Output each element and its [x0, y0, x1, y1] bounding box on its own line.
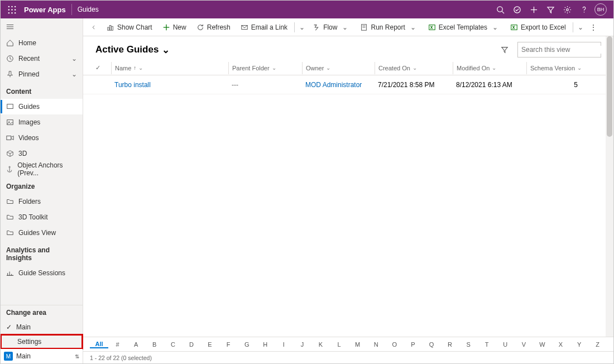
- settings-icon[interactable]: [559, 1, 575, 18]
- chevron-down-icon: ⌄: [577, 65, 582, 71]
- alpha-letter[interactable]: E: [200, 341, 219, 348]
- nav-label: Guide Sessions: [18, 269, 65, 277]
- table-row[interactable]: Turbo install --- MOD Administrator 7/21…: [83, 75, 613, 94]
- column-headers: ✓ Name↑⌄ Parent Folder⌄ Owner⌄ Created O…: [83, 61, 613, 75]
- email-split-chevron[interactable]: ⌄: [297, 23, 307, 31]
- alpha-letter[interactable]: U: [496, 341, 515, 348]
- alpha-letter[interactable]: R: [440, 341, 459, 348]
- email-link-button[interactable]: Email a Link: [236, 20, 292, 35]
- refresh-button[interactable]: Refresh: [192, 20, 235, 35]
- nav-guides-view[interactable]: Guides View: [1, 225, 83, 241]
- alpha-letter[interactable]: I: [275, 341, 293, 348]
- nav-guides[interactable]: Guides: [1, 99, 83, 114]
- search-icon[interactable]: [492, 1, 509, 18]
- alpha-letter[interactable]: Y: [570, 341, 588, 348]
- svg-point-15: [583, 11, 584, 12]
- nav-pinned[interactable]: Pinned⌄: [1, 66, 83, 82]
- nav-guide-sessions[interactable]: Guide Sessions: [1, 265, 83, 281]
- alpha-letter[interactable]: #: [108, 341, 127, 348]
- plus-icon: [162, 23, 170, 31]
- col-owner[interactable]: Owner⌄: [302, 62, 375, 74]
- alpha-letter[interactable]: W: [533, 341, 551, 348]
- anchor-icon: [6, 165, 13, 173]
- new-button[interactable]: New: [158, 20, 191, 35]
- col-parent[interactable]: Parent Folder⌄: [228, 62, 302, 74]
- svg-point-1: [11, 6, 12, 7]
- col-created[interactable]: Created On⌄: [375, 62, 453, 74]
- alpha-letter[interactable]: S: [459, 341, 478, 348]
- area-current[interactable]: M Main ⇅: [1, 349, 83, 363]
- help-icon[interactable]: [575, 1, 592, 18]
- nav-3d-toolkit[interactable]: 3D Toolkit: [1, 209, 83, 225]
- alpha-letter[interactable]: X: [551, 341, 570, 348]
- area-label: Main: [16, 323, 31, 331]
- nav-3d[interactable]: 3D: [1, 146, 83, 161]
- add-icon[interactable]: [525, 1, 542, 18]
- task-icon[interactable]: [509, 1, 525, 18]
- filter-icon[interactable]: [542, 1, 559, 18]
- view-selector[interactable]: Active Guides⌄: [95, 44, 170, 56]
- button-label: Email a Link: [251, 23, 287, 31]
- run-report-button[interactable]: Run Report⌄: [356, 20, 422, 35]
- nav-images[interactable]: Images: [1, 114, 83, 130]
- alpha-letter[interactable]: V: [515, 341, 533, 348]
- col-schema[interactable]: Schema Version⌄: [526, 62, 600, 74]
- folder-icon: [6, 229, 14, 237]
- page-title: Guides: [72, 6, 104, 13]
- row-name-link[interactable]: Turbo install: [111, 81, 228, 89]
- vertical-scrollbar[interactable]: [606, 36, 613, 337]
- scroll-thumb[interactable]: [607, 36, 612, 137]
- alpha-letter[interactable]: T: [478, 341, 496, 348]
- nav-recent[interactable]: Recent⌄: [1, 51, 83, 66]
- nav-object-anchors[interactable]: Object Anchors (Prev...: [1, 161, 83, 177]
- svg-point-11: [514, 6, 520, 12]
- area-settings[interactable]: Settings: [1, 334, 83, 349]
- alpha-letter[interactable]: C: [164, 341, 182, 348]
- alpha-letter[interactable]: B: [145, 341, 164, 348]
- nav-folders[interactable]: Folders: [1, 194, 83, 209]
- svg-point-9: [497, 6, 502, 11]
- alpha-letter[interactable]: Q: [422, 341, 440, 348]
- alpha-all[interactable]: All: [90, 341, 108, 348]
- alpha-letter[interactable]: D: [182, 341, 200, 348]
- alpha-letter[interactable]: F: [219, 341, 238, 348]
- alpha-letter[interactable]: A: [127, 341, 145, 348]
- overflow-menu[interactable]: ⋮: [587, 20, 600, 35]
- alpha-letter[interactable]: G: [238, 341, 256, 348]
- row-owner-link[interactable]: MOD Administrator: [302, 81, 375, 89]
- app-launcher-icon[interactable]: [5, 6, 18, 14]
- alpha-letter[interactable]: H: [256, 341, 275, 348]
- column-filter-icon[interactable]: [497, 42, 512, 57]
- chevron-down-icon: ⌄: [492, 65, 496, 71]
- chevron-down-icon: ⌄: [272, 65, 276, 71]
- area-main[interactable]: ✓Main: [1, 320, 83, 334]
- col-modified[interactable]: Modified On⌄: [453, 62, 526, 74]
- back-button[interactable]: [87, 20, 101, 35]
- alpha-letter[interactable]: N: [367, 341, 385, 348]
- nav-home[interactable]: Home: [1, 35, 83, 51]
- export-split-chevron[interactable]: ⌄: [575, 23, 586, 31]
- row-schema: 5: [526, 81, 600, 89]
- user-avatar[interactable]: BH: [592, 1, 609, 18]
- alpha-letter[interactable]: J: [293, 341, 311, 348]
- col-label: Modified On: [457, 65, 490, 71]
- app-title[interactable]: Power Apps: [18, 4, 72, 15]
- nav-videos[interactable]: Videos: [1, 130, 83, 146]
- alpha-letter[interactable]: M: [348, 341, 367, 348]
- excel-templates-button[interactable]: Excel Templates⌄: [424, 20, 505, 35]
- search-box[interactable]: [517, 42, 601, 58]
- alpha-letter[interactable]: K: [311, 341, 330, 348]
- search-input[interactable]: [521, 46, 605, 54]
- show-chart-button[interactable]: Show Chart: [102, 20, 157, 35]
- export-excel-button[interactable]: Export to Excel: [506, 20, 570, 35]
- alpha-letter[interactable]: L: [330, 341, 348, 348]
- flow-button[interactable]: Flow⌄: [308, 20, 354, 35]
- alpha-letter[interactable]: O: [385, 341, 404, 348]
- flow-icon: [313, 23, 320, 31]
- col-name[interactable]: Name↑⌄: [111, 62, 228, 74]
- nav-collapse-icon[interactable]: [1, 18, 83, 35]
- select-all[interactable]: ✓: [95, 62, 111, 74]
- alpha-letter[interactable]: P: [404, 341, 422, 348]
- svg-rect-23: [7, 136, 11, 140]
- alpha-letter[interactable]: Z: [588, 341, 607, 348]
